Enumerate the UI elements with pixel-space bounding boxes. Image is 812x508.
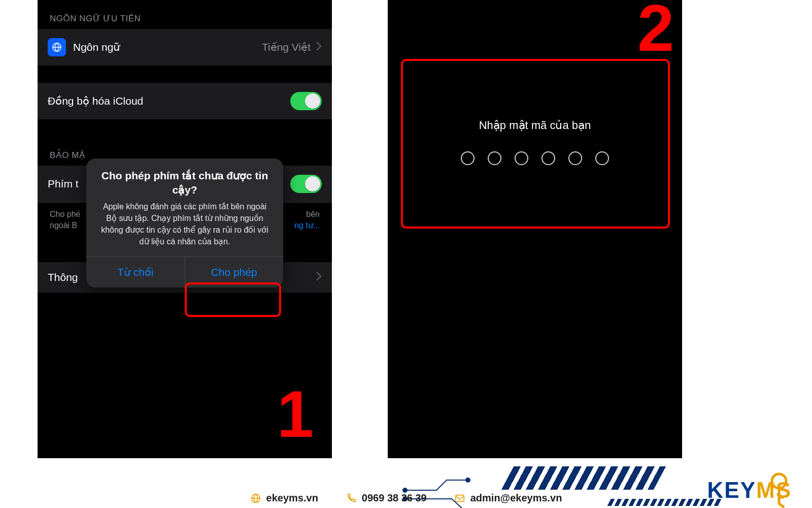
contact-email[interactable]: admin@ekeyms.vn [454, 492, 562, 504]
passcode-dot [595, 151, 609, 165]
footnote-link-tail: ng tư... [294, 220, 320, 231]
chevron-right-icon [316, 41, 322, 53]
svg-point-4 [772, 474, 786, 488]
section-language: NGÔN NGỮ ƯU TIÊN Ngôn ngữ Tiếng Việt [38, 0, 332, 66]
footnote-fragment-1: Cho phé [50, 210, 81, 218]
footnote-fragment-2: bên [306, 209, 320, 220]
section-header-language: NGÔN NGỮ ƯU TIÊN [38, 0, 332, 29]
passcode-area: Nhập mật mã của bạn [403, 59, 667, 225]
row-language-value: Tiếng Việt [262, 41, 311, 53]
alert-trust-shortcut: Cho phép phím tắt chưa được tin cậy? App… [86, 158, 283, 288]
contact-web[interactable]: ekeyms.vn [250, 492, 318, 504]
row-language[interactable]: Ngôn ngữ Tiếng Việt [38, 29, 332, 66]
passcode-dot [461, 151, 475, 165]
phone-icon [346, 493, 357, 504]
passcode-dot [542, 151, 555, 165]
contacts-row: ekeyms.vn 0969 38 36 39 admin@ekeyms.vn [0, 492, 812, 504]
svg-rect-6 [456, 495, 464, 501]
contact-email-text: admin@ekeyms.vn [470, 492, 562, 504]
alert-message: Apple không đánh giá các phím tắt bên ng… [86, 201, 283, 257]
branding-band: KEYMS ekeyms.vn 0969 38 36 39 admin@ekey… [0, 458, 812, 508]
alert-confirm-button[interactable]: Cho phép [185, 257, 284, 288]
row-icloud-sync[interactable]: Đồng bộ hóa iCloud [38, 83, 332, 119]
step-number-2: 2 [637, 0, 674, 61]
alert-title: Cho phép phím tắt chưa được tin cậy? [86, 158, 283, 201]
passcode-dots[interactable] [461, 151, 609, 165]
canvas: NGÔN NGỮ ƯU TIÊN Ngôn ngữ Tiếng Việt Đồn… [0, 0, 812, 508]
passcode-dot [515, 151, 528, 165]
chevron-right-icon [316, 271, 322, 283]
stripes-decor-icon [501, 466, 666, 490]
contact-phone[interactable]: 0969 38 36 39 [346, 492, 427, 504]
passcode-dot [568, 151, 582, 165]
section-icloud: Đồng bộ hóa iCloud [38, 83, 332, 119]
step-number-1: 1 [277, 381, 314, 447]
row-icloud-label: Đồng bộ hóa iCloud [48, 95, 290, 107]
alert-button-row: Từ chối Cho phép [86, 257, 283, 288]
svg-point-1 [403, 488, 407, 492]
svg-point-3 [466, 478, 470, 482]
row-language-label: Ngôn ngữ [73, 41, 262, 53]
footnote-fragment-3: ngoài B [50, 221, 77, 230]
mail-icon [454, 493, 465, 504]
switch-shortcut-on[interactable] [290, 175, 322, 193]
phone-screenshot-2: Nhập mật mã của bạn [388, 0, 682, 458]
alert-cancel-button[interactable]: Từ chối [86, 257, 185, 288]
contact-web-text: ekeyms.vn [266, 492, 318, 504]
switch-icloud-on[interactable] [290, 92, 322, 110]
contact-phone-text: 0969 38 36 39 [362, 492, 427, 504]
passcode-dot [488, 151, 501, 165]
phone-screenshot-1: NGÔN NGỮ ƯU TIÊN Ngôn ngữ Tiếng Việt Đồn… [38, 0, 332, 458]
globe-icon [48, 38, 66, 56]
globe-icon [250, 493, 261, 504]
passcode-title: Nhập mật mã của bạn [479, 119, 591, 132]
